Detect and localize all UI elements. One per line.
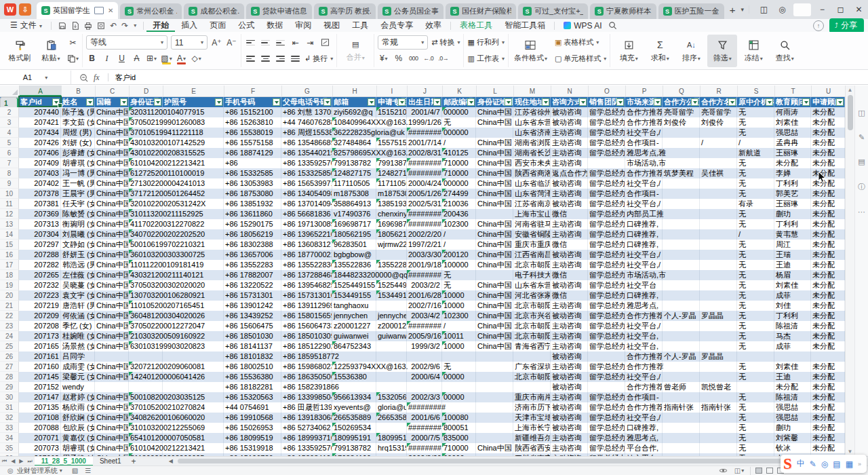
align-left-icon[interactable] — [245, 52, 256, 65]
cell-L33[interactable] — [476, 423, 513, 433]
cell-D11[interactable]: 32010220020531242X — [129, 199, 163, 209]
cell-T32[interactable]: 强思喆 — [774, 413, 811, 423]
cell-G32[interactable]: +86 1391830682 — [281, 413, 332, 423]
cell-C17[interactable]: China中国 — [95, 260, 129, 270]
cell-N10[interactable]: 主动咨询 — [551, 189, 588, 199]
row-header-21[interactable]: 21 — [0, 301, 19, 311]
cell-Q20[interactable] — [663, 290, 700, 301]
cell-M32[interactable]: 天津市宝坻 — [513, 413, 551, 423]
cell-I10[interactable]: m1875308 — [376, 189, 407, 199]
cell-R16[interactable] — [700, 250, 737, 260]
cell-C12[interactable]: China中国 — [95, 209, 129, 219]
cell-F17[interactable]: +86 13552283 — [224, 260, 281, 270]
cell-G11[interactable]: +86 1370140948 — [281, 199, 332, 209]
cell-Q5[interactable] — [663, 138, 700, 148]
cell-N6[interactable]: 主动咨询 — [551, 148, 588, 158]
cell-F23[interactable]: +86 15606475 — [224, 321, 281, 331]
worksheet-button[interactable]: ▥工作表▾ — [467, 52, 504, 65]
cell-G7[interactable]: +86 1335925706 — [281, 158, 332, 168]
column-header-G[interactable]: G — [282, 86, 333, 96]
cell-Q34[interactable] — [663, 433, 700, 443]
cell-P21[interactable]: 雅思考点, — [625, 301, 663, 311]
cell-L17[interactable]: China中国 — [476, 260, 513, 270]
cell-S8[interactable]: 无 — [737, 168, 774, 178]
cell-D25[interactable]: 630103199903020823 — [129, 341, 163, 352]
cell-L26[interactable] — [476, 352, 513, 362]
cell-O29[interactable] — [588, 382, 625, 392]
cell-S19[interactable]: 无 — [737, 280, 774, 290]
cell-I31[interactable]: gloria@uk — [376, 402, 407, 413]
cell-J24[interactable]: 2005/9/16 — [407, 331, 442, 341]
cell-F32[interactable]: +86 19910568 — [224, 413, 281, 423]
cell-D18[interactable]: 430321200211140121 — [129, 270, 163, 280]
cell-N22[interactable]: 被动咨询 — [551, 311, 588, 321]
cell-C19[interactable]: China中国 — [95, 280, 129, 290]
cell-O28[interactable]: 留学总经办 — [588, 372, 625, 382]
cell-S16[interactable]: 无 — [737, 250, 774, 260]
cell-D12[interactable]: 310113200211152925 — [129, 209, 163, 219]
cell-U33[interactable]: 未分配 — [811, 423, 845, 433]
horizontal-scrollbar[interactable]: ◀ ▶ — [167, 458, 864, 464]
cell-R23[interactable] — [700, 321, 737, 331]
cell-P34[interactable]: 雅思考点, — [625, 433, 663, 443]
cell-R24[interactable] — [700, 331, 737, 341]
cell-K34[interactable]: 835000 — [442, 433, 476, 443]
cell-T20[interactable]: 成菲 — [774, 290, 811, 301]
cell-S35[interactable]: 无 — [737, 443, 774, 453]
cell-N24[interactable]: 主动咨询 — [551, 331, 588, 341]
cell-U21[interactable]: 未分配 — [811, 301, 845, 311]
cell-P17[interactable]: 社交平台,/ — [625, 260, 663, 270]
cell-I11[interactable]: 13851932 — [376, 199, 407, 209]
rows-columns-button[interactable]: ▦行和列▾ — [467, 36, 504, 49]
maximize-button[interactable]: ◻ — [831, 0, 850, 19]
sogou-logo-icon[interactable]: S — [783, 455, 792, 473]
cell-C9[interactable]: China中国 — [95, 178, 129, 189]
cell-P24[interactable]: 社交平台, — [625, 331, 663, 341]
cell-T18[interactable]: 杨眉 — [774, 270, 811, 280]
more-icon[interactable]: ⋯ — [858, 208, 865, 216]
cell-R7[interactable] — [700, 158, 737, 168]
cell-J11[interactable]: 2002/5/31 — [407, 199, 442, 209]
cell-A10[interactable]: 207378 — [19, 189, 61, 199]
header-cell-H1[interactable]: 邮箱 — [332, 97, 376, 107]
underline-button[interactable]: U — [116, 52, 127, 65]
cell-K30[interactable]: 00000 — [442, 392, 476, 402]
cell-A11[interactable]: 207381 — [19, 199, 61, 209]
cell-T6[interactable]: 王丽琳 — [774, 148, 811, 158]
cell-I12[interactable]: chenxinyu — [376, 209, 407, 219]
cell-L7[interactable]: China中国 — [476, 158, 513, 168]
cell-F16[interactable]: +86 13657006 — [224, 250, 281, 260]
cell-M5[interactable]: 湖南省浏阳 — [513, 138, 551, 148]
cell-D26[interactable] — [129, 352, 163, 362]
cell-Q2[interactable]: 亮哥留学 — [663, 107, 700, 117]
cell-Q8[interactable]: 筑梦美程 — [663, 168, 700, 178]
cell-A28[interactable]: 207145 — [19, 372, 61, 382]
cell-H12[interactable]: v17490376 — [332, 209, 376, 219]
cell-N11[interactable]: 被动咨询 — [551, 199, 588, 209]
cell-T25[interactable]: 成菲 — [774, 341, 811, 352]
cell-K18[interactable]: 无 — [442, 270, 476, 280]
cell-L35[interactable]: China中国 — [476, 443, 513, 453]
cell-S34[interactable]: 无 — [737, 433, 774, 443]
cell-T29[interactable]: 未分配 — [774, 382, 811, 392]
cell-I29[interactable] — [376, 382, 407, 392]
cell-U23[interactable]: 未分配 — [811, 321, 845, 331]
cell-H25[interactable]: 864752343 — [332, 341, 376, 352]
paste-button[interactable]: 粘贴▾ — [36, 35, 66, 67]
cell-B32[interactable]: 舒欣娴 (女 — [61, 413, 95, 423]
cell-L5[interactable]: China中国 — [476, 138, 513, 148]
row-header-34[interactable]: 34 — [0, 433, 19, 443]
filter-dropdown-button[interactable] — [368, 98, 375, 106]
cell-L2[interactable]: China中国 — [476, 107, 513, 117]
cell-C10[interactable]: China中国 — [95, 189, 129, 199]
cell-D24[interactable]: 210303200509160922 — [129, 331, 163, 341]
cell-A32[interactable]: 207108 — [19, 413, 61, 423]
cell-J30[interactable]: 2002/3/3 — [407, 392, 442, 402]
cell-A20[interactable]: 207223 — [19, 290, 61, 301]
menu-tab-插入[interactable]: 插入 — [175, 19, 203, 32]
cell-L23[interactable]: China中国 — [476, 321, 513, 331]
cell-U34[interactable]: 未分配 — [811, 433, 845, 443]
column-header-A[interactable]: A — [20, 86, 62, 96]
cell-K27[interactable]: 无 — [442, 362, 476, 372]
cell-A4[interactable]: 207434 — [19, 128, 61, 138]
